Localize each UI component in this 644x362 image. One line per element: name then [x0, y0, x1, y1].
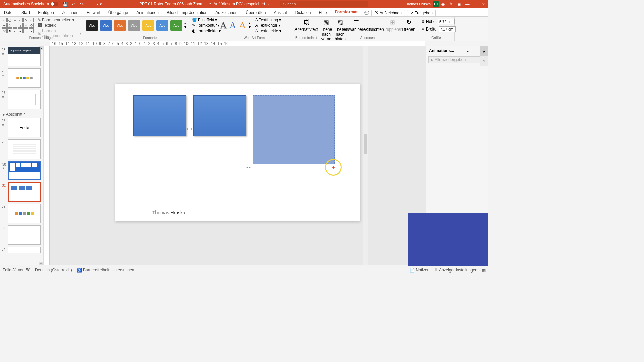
slide-thumbnails-panel[interactable]: ▴ 25★App & Web Projects 26★ 27★ ▸ Abschn… — [0, 46, 44, 265]
scrollbar-thumb[interactable] — [364, 134, 367, 154]
qat-more-icon[interactable]: ⋯▾ — [95, 0, 102, 8]
anim-play-all-button[interactable]: ▶ Alle wiedergeben — [428, 56, 486, 63]
freigeben-button[interactable]: ↗Freigeben — [407, 10, 436, 16]
style-yellow[interactable]: Abc — [142, 20, 154, 31]
texteffekte-button[interactable]: A Texteffekte ▾ — [255, 28, 281, 33]
menu-ueberpruefen[interactable]: Überprüfen — [241, 9, 270, 16]
shape-style-gallery[interactable]: Abc Abc Abc Abc Abc Abc Abc ▴▾ — [86, 20, 186, 31]
present-from-start-icon[interactable]: ▭ — [87, 0, 94, 8]
menu-dictation[interactable]: Dictation — [291, 9, 315, 16]
textfeld-button[interactable]: 🅰 Textfeld — [38, 23, 82, 28]
thumb-32[interactable]: 32 — [8, 204, 41, 223]
menu-entwurf[interactable]: Entwurf — [83, 9, 104, 16]
menu-animationen[interactable]: Animationen — [132, 9, 163, 16]
aufzeichnen-button[interactable]: ⦿Aufzeichnen — [371, 10, 405, 16]
wordart-style-1[interactable]: A — [220, 20, 227, 31]
formeffekte-button[interactable]: ◐ Formeffekte ▾ — [192, 28, 221, 33]
canvas-scrollbar[interactable] — [363, 46, 368, 265]
thumb-34-num: 34 — [2, 248, 5, 251]
search-input[interactable] — [280, 1, 368, 7]
style-black[interactable]: Abc — [86, 20, 98, 31]
thumb-26[interactable]: 26★ — [8, 68, 41, 88]
group-label-barriere: Barrierefreiheit — [295, 36, 317, 41]
menu-hilfe[interactable]: Hilfe — [315, 9, 331, 16]
autosave-control[interactable]: Automatisches Speichern — [1, 2, 60, 6]
group-label-formarten: Formarten — [84, 36, 218, 41]
thumb-33[interactable]: 33 — [8, 225, 41, 245]
thumb-25[interactable]: 25★App & Web Projects — [8, 47, 41, 66]
menu-datei[interactable]: Datei — [0, 9, 17, 16]
window-layout-icon[interactable]: ▣ — [455, 0, 463, 8]
height-input[interactable] — [438, 19, 455, 24]
menu-einfuegen[interactable]: Einfügen — [34, 9, 58, 16]
maximize-icon[interactable]: ▢ — [472, 0, 479, 8]
thumb-27[interactable]: 27★ — [8, 90, 41, 109]
view-normal-icon[interactable]: ▦ — [482, 268, 486, 273]
user-avatar[interactable]: TH — [433, 1, 439, 7]
style-orange[interactable]: Abc — [114, 20, 126, 31]
title-dropdown-icon[interactable]: ⌄ — [268, 2, 271, 6]
wordart-style-3[interactable]: A — [239, 20, 246, 31]
fuelleffekt-button[interactable]: 🪣 Fülleffekt ▾ — [192, 18, 221, 22]
style-green[interactable]: Abc — [170, 20, 182, 31]
anzeige-button[interactable]: 🖥 Anzeigeeinstellungen — [434, 268, 477, 273]
anim-pane-chevron-icon[interactable]: ⌄ — [466, 48, 469, 53]
wordart-more-icon[interactable]: ▴▾ — [249, 21, 251, 29]
accessibility-status[interactable]: ♿ Barrierefreiheit: Untersuchen — [77, 268, 135, 273]
thumb-26-anim-icon: ★ — [2, 73, 4, 77]
textfuellung-button[interactable]: A Textfüllung ▾ — [255, 18, 281, 22]
menu-uebergaenge[interactable]: Übergänge — [104, 9, 132, 16]
style-more-icon[interactable]: ▴▾ — [184, 21, 186, 29]
width-input[interactable] — [439, 26, 456, 32]
menu-formformat[interactable]: Formformat — [331, 8, 361, 16]
thumb-29[interactable]: 29 — [8, 139, 41, 159]
shape-rectangle-drawing[interactable] — [253, 95, 335, 164]
anim-pane-title: Animations... — [429, 48, 454, 53]
textkontur-button[interactable]: A Textkontur ▾ — [255, 23, 281, 28]
thumb-30[interactable]: 30★ — [8, 161, 41, 180]
minimize-icon[interactable]: — — [464, 0, 471, 8]
section-4-header[interactable]: ▸ Abschnitt 4 — [0, 111, 43, 117]
thumb-31[interactable]: 31 — [8, 182, 41, 202]
alternativtext-label: Alternativtext — [294, 27, 318, 32]
thumb-25-content: App & Web Projects — [8, 47, 40, 54]
thumb-scroll-down-icon[interactable]: ▾ — [39, 262, 43, 265]
help-tab-icon[interactable]: ? — [480, 56, 488, 66]
thumb-28[interactable]: 28★Ende — [8, 118, 41, 137]
slide-canvas-area[interactable]: ◂┄┄▸ ◂┄▸ + Thomas Hruska — [50, 46, 426, 265]
form-bearbeiten-button[interactable]: ✎ Form bearbeiten ▾ — [38, 18, 82, 22]
menu-aufzeichnen[interactable]: Aufzeichnen — [211, 9, 241, 16]
shape-rectangle-2[interactable] — [193, 95, 246, 136]
group-label-groesse: Größe — [418, 36, 454, 41]
menu-zeichnen[interactable]: Zeichnen — [58, 9, 83, 16]
ribbon-group-groesse: ⇕Höhe: ⇔Breite: Größe — [418, 17, 455, 41]
style-blue[interactable]: Abc — [100, 20, 112, 31]
menu-ansicht[interactable]: Ansicht — [270, 9, 291, 16]
thumb-28-content: Ende — [19, 125, 29, 130]
menu-start[interactable]: Start — [17, 9, 34, 16]
sync-icon[interactable]: ◈ — [439, 0, 447, 8]
draw-icon[interactable]: ✎ — [447, 0, 455, 8]
wordart-style-2[interactable]: A — [229, 20, 236, 31]
wordart-gallery[interactable]: A A A ▴▾ — [220, 20, 251, 31]
style-lightblue[interactable]: Abc — [156, 20, 168, 31]
slide[interactable]: ◂┄┄▸ ◂┄▸ + Thomas Hruska — [115, 84, 360, 221]
thumb-34[interactable]: 34 — [8, 247, 41, 253]
animations-tab-icon[interactable]: ★ — [480, 46, 488, 56]
shape-rectangle-1[interactable] — [133, 95, 186, 136]
formkontur-button[interactable]: ✎ Formkontur ▾ — [192, 23, 221, 28]
alternativtext-button[interactable]: 🖼Alternativtext — [297, 18, 315, 32]
shape-gallery[interactable]: ▭◯△▱◇▭ ➙⬡{}☆⬠ ⬭↻⌐⌙⬰▾ — [2, 18, 34, 37]
thumb-27-num: 27 — [2, 91, 5, 95]
language-status[interactable]: Deutsch (Österreich) — [35, 268, 72, 273]
slide-counter[interactable]: Folie 31 von 58 — [3, 268, 30, 273]
close-icon[interactable]: ✕ — [480, 0, 487, 8]
redo-icon[interactable]: ↷ — [78, 0, 86, 8]
undo-icon[interactable]: ↶ — [70, 0, 77, 8]
save-icon[interactable]: 💾 — [61, 0, 69, 8]
autosave-toggle[interactable] — [50, 2, 58, 6]
style-gray[interactable]: Abc — [128, 20, 140, 31]
menu-bildschirm[interactable]: Bildschirmpräsentation — [163, 9, 211, 16]
notizen-button[interactable]: 📄 Notizen — [410, 268, 429, 273]
comments-icon[interactable]: 💬 — [364, 11, 369, 15]
